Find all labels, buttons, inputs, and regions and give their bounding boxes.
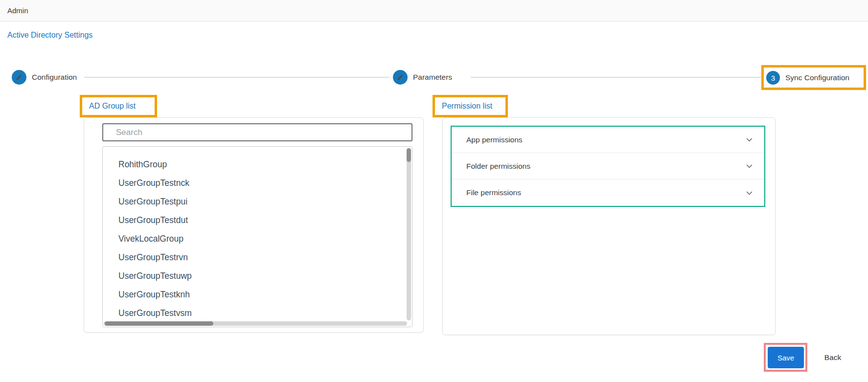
edit-icon [397,74,404,81]
step-circle: 3 [766,71,780,85]
step-circle [12,70,26,85]
step-label: Parameters [413,73,452,82]
accordion-section-file-permissions[interactable]: File permissions [452,180,764,206]
horizontal-scrollbar[interactable] [104,321,407,326]
back-button[interactable]: Back [817,347,848,368]
list-item[interactable]: UserGroupTestpui [118,192,412,211]
list-item[interactable]: UserGroupTestrvn [118,248,412,267]
permission-list-title: Permission list [442,102,492,111]
list-item[interactable]: VivekLocalGroup [118,229,412,248]
list-item[interactable]: UserGroupTestknh [118,285,412,304]
accordion-label: Folder permissions [466,162,530,171]
step-circle [393,70,408,85]
accordion-section-folder-permissions[interactable]: Folder permissions [452,153,764,180]
stepper-step-parameters[interactable]: Parameters [393,70,452,85]
stepper-connector [84,77,389,78]
ad-group-list: RohithGroup UserGroupTestnck UserGroupTe… [103,147,412,322]
vertical-scrollbar[interactable] [407,148,411,320]
active-directory-settings-link[interactable]: Active Directory Settings [7,31,92,40]
highlight-box-ad-group-list: AD Group list [80,95,157,117]
vertical-scrollbar-thumb[interactable] [407,148,411,162]
page-title: Admin [7,6,28,15]
step-number: 3 [771,74,775,82]
ad-group-list-title: AD Group list [89,102,136,111]
ad-group-list-box: RohithGroup UserGroupTestnck UserGroupTe… [102,146,412,327]
stepper-step-configuration[interactable]: Configuration [12,70,77,85]
permission-accordion: App permissions Folder permissions File … [451,126,765,207]
list-item[interactable]: RohithGroup [118,155,412,174]
horizontal-scrollbar-thumb[interactable] [105,321,213,326]
edit-icon [16,74,23,81]
accordion-section-app-permissions[interactable]: App permissions [452,127,764,153]
list-item[interactable]: UserGroupTestnck [118,174,412,192]
highlight-box-permission-list: Permission list [433,95,508,117]
chevron-down-icon [745,162,754,170]
step-label: Sync Configuration [785,73,849,82]
step-label: Configuration [32,73,77,82]
list-item[interactable]: UserGroupTestuwp [118,267,412,285]
stepper-step-sync-configuration[interactable]: 3 Sync Configuration [766,70,849,85]
stepper-connector [471,77,761,78]
permission-card: App permissions Folder permissions File … [442,117,776,335]
list-item[interactable]: UserGroupTestdut [118,211,412,229]
accordion-label: File permissions [466,188,521,197]
search-input[interactable] [102,123,412,141]
admin-page: Admin Active Directory Settings Configur… [0,0,868,382]
chevron-down-icon [745,189,754,197]
chevron-down-icon [745,135,754,144]
list-item[interactable]: UserGroupTestvsm [118,304,412,322]
save-button[interactable]: Save [768,347,804,368]
ad-group-card: RohithGroup UserGroupTestnck UserGroupTe… [84,117,424,333]
topbar: Admin [0,0,868,22]
accordion-label: App permissions [466,135,523,144]
